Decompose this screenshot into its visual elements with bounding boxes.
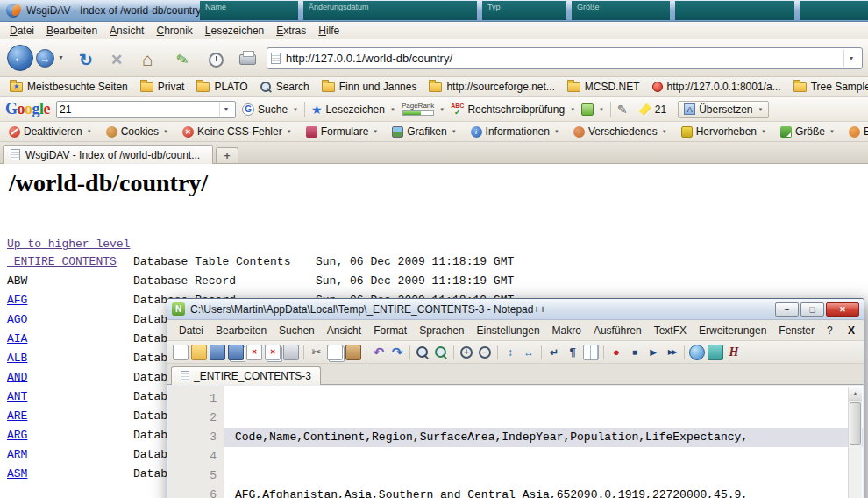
cut-icon[interactable] xyxy=(309,345,324,360)
google-search-button[interactable]: Suche xyxy=(242,103,298,116)
dir-entry-link[interactable]: _ENTIRE_CONTENTS xyxy=(7,255,133,268)
np-menu-ansicht[interactable]: Ansicht xyxy=(321,322,367,339)
dir-entry-link[interactable]: AFG xyxy=(7,294,133,307)
close-button[interactable] xyxy=(826,302,859,317)
np-menu-close[interactable]: X xyxy=(848,324,855,337)
dir-entry-link[interactable]: ASM xyxy=(7,467,133,480)
save-all-icon[interactable] xyxy=(228,345,244,360)
bookmark-sourceforge[interactable]: http://sourceforge.net... xyxy=(424,79,559,95)
editor-line[interactable]: AFG,Afghanistan,Asia,Southern and Centra… xyxy=(224,486,863,498)
print-button[interactable] xyxy=(237,49,258,70)
editor-area[interactable]: 1 2 3 4 5 6 Code,Name,Continent,Region,S… xyxy=(168,386,863,498)
dir-entry-link[interactable]: ABW xyxy=(7,274,133,288)
dir-entry-link[interactable]: AIA xyxy=(7,332,133,345)
forward-button[interactable] xyxy=(36,49,54,68)
edit-button[interactable] xyxy=(617,103,633,117)
webdev-verschiedenes[interactable]: Verschiedenes xyxy=(569,125,672,139)
show-all-characters-icon[interactable] xyxy=(565,345,580,360)
np-menu-erweiterungen[interactable]: Erweiterungen xyxy=(693,322,772,339)
url-input[interactable] xyxy=(286,52,838,65)
close-all-icon[interactable] xyxy=(265,345,281,360)
editor-scrollbar[interactable] xyxy=(848,387,862,498)
home-button[interactable] xyxy=(137,49,158,70)
np-menu-suchen[interactable]: Suchen xyxy=(273,322,321,339)
editor-line[interactable]: Code,Name,Continent,Region,SurfaceArea,I… xyxy=(224,428,863,447)
np-menu-datei[interactable]: Datei xyxy=(173,322,210,339)
url-dropdown-icon[interactable] xyxy=(843,50,858,67)
minimize-button[interactable] xyxy=(775,302,799,317)
np-menu-format[interactable]: Format xyxy=(367,322,413,339)
bookmark-meistbesuchte-seiten[interactable]: Meistbesuchte Seiten xyxy=(5,79,132,95)
webdev-hervorheben[interactable]: Hervorheben xyxy=(677,125,771,139)
print-icon[interactable] xyxy=(283,345,299,360)
view-in-browser-icon[interactable] xyxy=(689,345,705,360)
sync-scroll-vertical-icon[interactable] xyxy=(502,345,518,360)
webdev-extras[interactable]: Extras xyxy=(844,125,868,139)
bookmark-finn-und-jannes[interactable]: Finn und Jannes xyxy=(317,79,422,95)
dir-entry-link[interactable]: ALB xyxy=(7,352,133,365)
undo-icon[interactable] xyxy=(371,345,387,360)
pagerank-widget[interactable]: PageRank xyxy=(402,103,445,116)
menu-lesezeichen[interactable]: Lesezeichen xyxy=(199,23,270,39)
spellcheck-button[interactable]: ABCRechtschreibprüfung xyxy=(451,103,575,117)
dir-entry-link[interactable]: ARM xyxy=(7,448,133,461)
notepad-window[interactable]: C:\Users\Martin\AppData\Local\Temp\_ENTI… xyxy=(167,298,864,498)
menu-hilfe[interactable]: Hilfe xyxy=(312,23,345,39)
new-file-icon[interactable] xyxy=(173,345,189,360)
word-wrap-icon[interactable] xyxy=(546,345,562,360)
google-bookmarks-button[interactable]: Lesezeichen xyxy=(311,103,395,117)
menu-ansicht[interactable]: Ansicht xyxy=(103,23,150,39)
dir-entry-link[interactable]: AND xyxy=(7,371,133,384)
webdev-informationen[interactable]: Informationen xyxy=(466,125,564,139)
maximize-button[interactable] xyxy=(800,302,824,317)
history-dropdown-icon[interactable] xyxy=(58,54,64,60)
translate-button[interactable]: Übersetzen xyxy=(678,101,769,118)
highlighter-button[interactable]: 21 xyxy=(639,103,672,116)
menu-extras[interactable]: Extras xyxy=(270,23,312,39)
webdev-deaktivieren[interactable]: Deaktivieren xyxy=(4,125,96,139)
menu-bearbeiten[interactable]: Bearbeiten xyxy=(40,23,103,39)
np-menu-help[interactable]: ? xyxy=(821,322,839,339)
webdev-grafiken[interactable]: Grafiken xyxy=(388,125,460,139)
doc-map-icon[interactable] xyxy=(708,345,723,360)
dir-entry-link[interactable]: ARE xyxy=(7,409,133,423)
webdev-formulare[interactable]: Formulare xyxy=(302,125,383,139)
reload-button[interactable] xyxy=(75,49,96,70)
zoom-out-icon[interactable] xyxy=(479,346,491,359)
menu-chronik[interactable]: Chronik xyxy=(150,23,198,39)
np-menu-bearbeiten[interactable]: Bearbeiten xyxy=(210,322,273,339)
notepad-title-bar[interactable]: C:\Users\Martin\AppData\Local\Temp\_ENTI… xyxy=(167,299,864,320)
search-history-dropdown-icon[interactable] xyxy=(219,103,232,117)
indent-guide-icon[interactable] xyxy=(583,345,599,360)
np-menu-fenster[interactable]: Fenster xyxy=(772,322,821,339)
firefox-title-bar[interactable]: WsgiDAV - Index of /world-db/country/ - … xyxy=(0,0,868,22)
np-menu-makro[interactable]: Makro xyxy=(546,322,587,339)
np-menu-ausfuehren[interactable]: Ausführen xyxy=(587,322,648,339)
save-file-icon[interactable] xyxy=(210,345,225,360)
google-search-box[interactable] xyxy=(56,101,236,118)
scrollbar-thumb[interactable] xyxy=(850,402,861,445)
dir-entry-link[interactable]: AGO xyxy=(7,313,133,326)
close-file-icon[interactable] xyxy=(246,345,262,360)
scroll-up-icon[interactable] xyxy=(849,387,862,401)
menu-datei[interactable]: Datei xyxy=(4,23,40,39)
stop-button[interactable] xyxy=(106,49,127,70)
notepad-tab-active[interactable]: _ENTIRE_CONTENTS-3 xyxy=(171,366,321,385)
find-icon[interactable] xyxy=(415,345,430,360)
bookmark-tree-samples[interactable]: Tree Samples xyxy=(789,79,868,95)
record-macro-icon[interactable] xyxy=(608,345,624,360)
feather-extension-button[interactable] xyxy=(170,47,195,72)
history-clock-button[interactable] xyxy=(205,49,226,70)
textfx-icon[interactable] xyxy=(726,345,742,360)
back-button[interactable] xyxy=(7,45,33,71)
zoom-in-icon[interactable] xyxy=(460,346,473,359)
redo-icon[interactable] xyxy=(389,345,405,360)
new-tab-button[interactable]: + xyxy=(216,147,238,163)
sync-scroll-horizontal-icon[interactable] xyxy=(521,345,537,360)
stop-macro-icon[interactable] xyxy=(627,345,643,360)
google-search-input[interactable] xyxy=(60,103,219,116)
bookmark-privat[interactable]: Privat xyxy=(136,79,189,95)
np-menu-sprachen[interactable]: Sprachen xyxy=(413,322,470,339)
webdev-groesse[interactable]: Größe xyxy=(776,125,839,139)
tab-wsgidav[interactable]: WsgiDAV - Index of /world-db/count... xyxy=(3,145,213,164)
